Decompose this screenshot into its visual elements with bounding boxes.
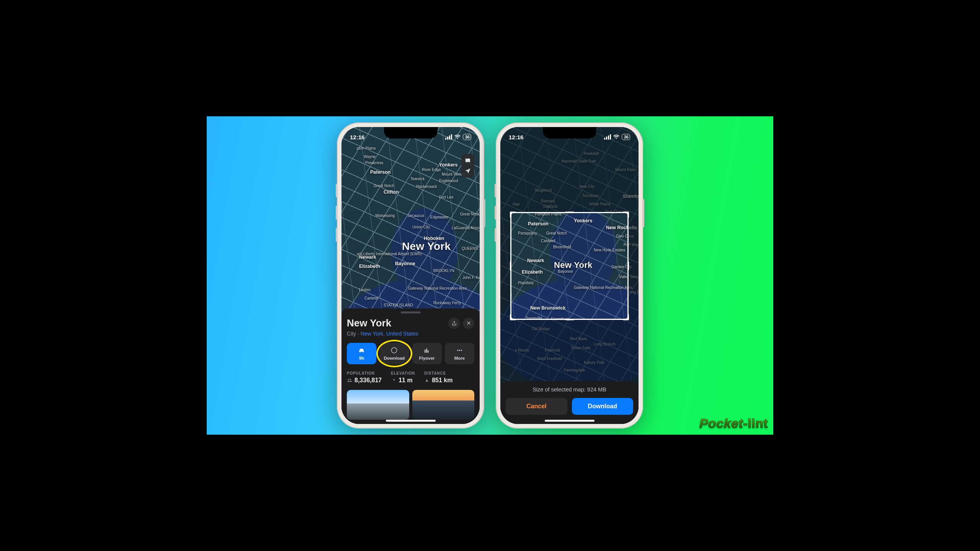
wifi-icon (454, 134, 461, 140)
map-label: Farmingdale (564, 368, 585, 372)
notch (384, 127, 438, 139)
map-label: Yonkers (439, 162, 457, 168)
phone-left: 12:16 36 New York NewarkElizabethPaterso… (337, 122, 484, 429)
notch (543, 127, 596, 139)
place-photo-2[interactable] (412, 390, 475, 420)
cellular-icon (604, 134, 611, 140)
directions-button[interactable]: 9h (347, 343, 376, 364)
cellular-icon (445, 134, 452, 140)
cancel-button[interactable]: Cancel (506, 398, 567, 415)
wifi-icon (613, 134, 619, 140)
download-crop-box[interactable] (510, 212, 629, 320)
more-icon (456, 347, 463, 354)
map-label: Gateway National Recreation Area (408, 286, 467, 290)
flyover-icon (423, 347, 431, 354)
map-label: Preakness (365, 161, 383, 165)
stat-elevation: ELEVATION 11 m (391, 371, 415, 384)
place-photo-1[interactable] (347, 390, 409, 420)
map-label: Watsessing (375, 214, 395, 218)
map-label: Long Beac (627, 290, 639, 294)
svg-point-2 (459, 350, 460, 351)
map-label: Rockaway Ferry (433, 301, 461, 305)
phone-right: 12:16 36 New York NewarkElizabethPaterso… (496, 122, 643, 429)
map-label: Hoboken (424, 236, 444, 241)
map-label: ark-Liberty International Airport (EWR) (357, 252, 422, 256)
download-icon (390, 347, 398, 354)
map-label: New City (579, 184, 595, 189)
map-label: Great Notch (374, 184, 394, 188)
map-label: pton Plains (357, 146, 376, 150)
map-label: QUEENS (462, 246, 478, 251)
map-view-icon[interactable] (464, 157, 471, 164)
map-size-text: Size of selected map: 924 MB (506, 386, 633, 393)
map-label: Bayonne (395, 261, 415, 266)
status-time: 12:16 (350, 134, 364, 140)
place-title: New York (347, 317, 445, 329)
home-indicator[interactable] (545, 420, 595, 422)
map-label: Tarrytown (582, 194, 599, 198)
map-label: idge (513, 202, 520, 206)
download-button[interactable]: Download (379, 343, 409, 364)
download-bar: Size of selected map: 924 MB Cancel Down… (500, 381, 639, 424)
map-label: Freehold (545, 348, 560, 352)
location-arrow-icon[interactable] (464, 168, 471, 174)
map-label: Tinton Falls (571, 346, 590, 350)
map-label: Union City (412, 225, 430, 229)
map-label: Asbury Park (584, 360, 604, 365)
svg-point-0 (392, 347, 397, 353)
map-label: Old Bridge (532, 327, 550, 331)
stat-distance: DISTANCE 851 km (424, 371, 452, 384)
battery-indicator: 36 (463, 134, 471, 140)
close-button[interactable] (463, 318, 474, 329)
svg-point-1 (457, 350, 458, 351)
more-button[interactable]: More (445, 343, 474, 364)
place-region-link[interactable]: New York, United States (361, 331, 418, 337)
map-label: Oakland (543, 204, 557, 209)
map-label: Edgewater (430, 215, 449, 219)
map-label: Fort Lee (439, 195, 453, 199)
map-label: Ringwood (535, 188, 552, 192)
map-label: John F. Kennedy Int'l (462, 276, 480, 280)
arrow-up-right-icon (391, 378, 396, 383)
map-label: BROOKLYN (433, 269, 454, 273)
map-label: Clifton (384, 189, 399, 195)
map-label: Wayne (364, 155, 376, 159)
share-button[interactable] (448, 318, 460, 329)
map-label: Englewood (439, 179, 458, 183)
status-time: 12:16 (509, 134, 523, 140)
car-icon (358, 347, 365, 354)
battery-indicator: 36 (622, 134, 630, 140)
watermark: Pocket-lint (699, 416, 768, 431)
close-icon (466, 320, 472, 326)
home-indicator[interactable] (386, 420, 436, 422)
place-subtitle: City · New York, United States (347, 331, 474, 337)
flyover-button[interactable]: Flyover (412, 343, 442, 364)
map-label: West Freehold (537, 357, 562, 361)
map-label: Paterson (370, 170, 391, 175)
share-icon (451, 320, 457, 326)
map-label: River Edge (422, 168, 441, 172)
map-label: Hackensack (416, 184, 437, 189)
map-label: Carteret (364, 296, 378, 300)
map-label: LaGuardia Airport (LGA) (452, 226, 480, 230)
map-label: White Plains (589, 202, 611, 206)
stat-population: POPULATION 8,336,817 (347, 371, 382, 384)
svg-point-3 (461, 350, 462, 351)
map-label: Teaneck (410, 177, 425, 181)
download-confirm-button[interactable]: Download (572, 398, 634, 415)
place-card[interactable]: New York City · New York, United States (341, 308, 480, 424)
map-label: Elizabeth (359, 264, 380, 269)
map-label: n Rivers (515, 348, 529, 352)
map-label: Great Neck (460, 212, 480, 216)
map-label: Long Branch (594, 342, 616, 346)
map-label: Peekskill (584, 152, 599, 156)
people-icon (347, 378, 352, 383)
map-label: Mount Kisco (615, 168, 636, 172)
map-label: Linden (359, 288, 371, 292)
map-label: Stamford (623, 194, 639, 199)
map-controls[interactable] (461, 154, 474, 178)
sheet-grabber[interactable] (401, 311, 421, 313)
map-label: Harriman State Park (562, 159, 596, 163)
map-label: STATEN ISLAND (384, 303, 413, 307)
map-label: Ramsey (541, 199, 555, 203)
